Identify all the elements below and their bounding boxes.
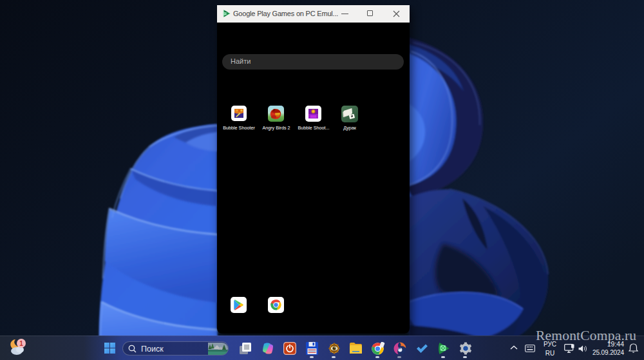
svg-text:1: 1 xyxy=(19,340,23,347)
